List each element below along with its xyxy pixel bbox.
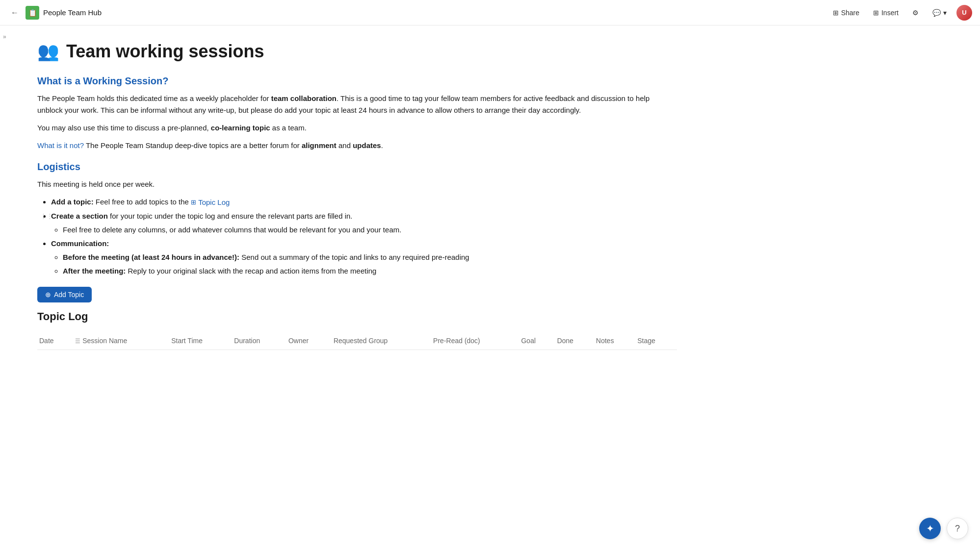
sub-bullet3-post: Reply to your original slack with the re… xyxy=(126,267,376,275)
add-topic-label: Add Topic xyxy=(54,291,84,299)
sub-list-2: Before the meeting (at least 24 hours in… xyxy=(63,251,677,277)
col-requested-group: Requested Group xyxy=(332,333,431,350)
what-is-paragraph2: You may also use this time to discuss a … xyxy=(37,122,677,134)
col-requested-group-label: Requested Group xyxy=(334,337,388,345)
para3-post-pre: The People Team Standup deep-dive topics… xyxy=(84,141,302,150)
col-goal-label: Goal xyxy=(521,337,536,345)
col-pre-read-label: Pre-Read (doc) xyxy=(433,337,480,345)
col-owner: Owner xyxy=(286,333,332,350)
main-content: 👥 Team working sessions What is a Workin… xyxy=(14,25,700,551)
add-topic-button[interactable]: ⊕ Add Topic xyxy=(37,287,92,302)
topnav-right: ⊞ Share ⊞ Insert ⚙ 💬 ▾ U xyxy=(829,5,972,21)
col-start-time-label: Start Time xyxy=(171,337,203,345)
sparkle-button[interactable]: ✦ xyxy=(919,518,941,539)
topic-log-heading: Topic Log xyxy=(37,310,677,323)
sub-bullet2-bold: Before the meeting (at least 24 hours in… xyxy=(63,253,239,261)
col-stage-label: Stage xyxy=(638,337,656,345)
col-stage: Stage xyxy=(636,333,677,350)
para2-post: as a team. xyxy=(270,124,307,132)
bullet2-post: for your topic under the topic log and e… xyxy=(108,212,353,220)
page-title: Team working sessions xyxy=(66,41,264,62)
plus-icon: ⊕ xyxy=(45,291,51,299)
float-bar: ✦ ? xyxy=(919,518,968,539)
col-owner-label: Owner xyxy=(288,337,309,345)
col-done-label: Done xyxy=(557,337,573,345)
page-title-row: 👥 Team working sessions xyxy=(37,41,677,62)
bullet1-pre: Feel free to add topics to the xyxy=(94,198,191,206)
page-emoji: 👥 xyxy=(37,41,59,62)
comment-button[interactable]: 💬 ▾ xyxy=(928,7,951,19)
logistics-section: Logistics This meeting is held once per … xyxy=(37,161,677,277)
help-button[interactable]: ? xyxy=(947,518,968,539)
what-is-paragraph3: What is it not? The People Team Standup … xyxy=(37,140,677,151)
bullet-create-section: ⋮⋮ Create a section for your topic under… xyxy=(51,210,677,236)
help-icon: ? xyxy=(955,524,960,534)
col-duration-label: Duration xyxy=(234,337,260,345)
sub-bullet1: Feel free to delete any columns, or add … xyxy=(63,224,677,236)
share-icon: ⊞ xyxy=(833,9,839,17)
bullet-communication: Communication: Before the meeting (at le… xyxy=(51,238,677,277)
app-title: People Team Hub xyxy=(43,8,102,17)
bullet1-bold: Add a topic: xyxy=(51,198,94,206)
col-pre-read: Pre-Read (doc) xyxy=(431,333,519,350)
table-icon: ☰ xyxy=(75,338,80,345)
bullet1-link: Topic Log xyxy=(198,197,230,208)
what-is-heading: What is a Working Session? xyxy=(37,75,677,87)
bullet2-bold: Create a section xyxy=(51,212,108,220)
para3-bold2: updates xyxy=(353,141,381,150)
what-is-section: What is a Working Session? The People Te… xyxy=(37,75,677,151)
bullet3-bold: Communication: xyxy=(51,239,109,248)
sub-list-1: Feel free to delete any columns, or add … xyxy=(63,224,677,236)
sub-bullet-after: After the meeting: Reply to your origina… xyxy=(63,265,677,277)
comment-icon: 💬 xyxy=(932,9,941,17)
para3-bold1: alignment xyxy=(302,141,336,150)
topnav: ← 📋 People Team Hub ⊞ Share ⊞ Insert ⚙ 💬… xyxy=(0,0,980,25)
col-start-time: Start Time xyxy=(169,333,232,350)
share-label: Share xyxy=(841,9,859,17)
gear-icon: ⚙ xyxy=(912,9,919,17)
share-button[interactable]: ⊞ Share xyxy=(829,7,863,19)
para2-bold: co-learning topic xyxy=(211,124,270,132)
chevron-right-icon: » xyxy=(3,33,6,40)
col-date: Date xyxy=(37,333,73,350)
table-icon: ⊞ xyxy=(191,198,196,208)
sidebar-toggle[interactable]: » xyxy=(0,25,14,48)
logistics-heading: Logistics xyxy=(37,161,677,173)
bullet-add-topic: Add a topic: Feel free to add topics to … xyxy=(51,196,677,208)
logistics-intro: This meeting is held once per week. xyxy=(37,178,677,190)
col-goal: Goal xyxy=(519,333,555,350)
avatar-initials: U xyxy=(962,9,966,16)
app-emoji: 📋 xyxy=(28,9,37,17)
avatar[interactable]: U xyxy=(956,5,972,21)
insert-button[interactable]: ⊞ Insert xyxy=(869,7,903,19)
col-session-name: ☰Session Name xyxy=(73,333,169,350)
para1-pre: The People Team holds this dedicated tim… xyxy=(37,94,271,102)
logistics-list: Add a topic: Feel free to add topics to … xyxy=(51,196,677,277)
table-header-row: Date ☰Session Name Start Time Duration O… xyxy=(37,333,677,350)
col-done: Done xyxy=(555,333,594,350)
app-icon: 📋 xyxy=(26,6,39,20)
drag-handle[interactable]: ⋮⋮ xyxy=(40,211,53,222)
col-date-label: Date xyxy=(39,337,54,345)
sub-bullet-before: Before the meeting (at least 24 hours in… xyxy=(63,251,677,263)
col-duration: Duration xyxy=(232,333,286,350)
topic-log-link[interactable]: ⊞Topic Log xyxy=(191,197,230,208)
what-is-paragraph1: The People Team holds this dedicated tim… xyxy=(37,93,677,116)
table-header: Date ☰Session Name Start Time Duration O… xyxy=(37,333,677,350)
sub-bullet3-bold: After the meeting: xyxy=(63,267,126,275)
col-notes: Notes xyxy=(594,333,635,350)
col-session-name-label: Session Name xyxy=(82,337,127,345)
back-icon: ← xyxy=(11,8,19,17)
para3-post-mid: and xyxy=(336,141,353,150)
sparkle-icon: ✦ xyxy=(926,523,934,534)
para2-pre: You may also use this time to discuss a … xyxy=(37,124,211,132)
chevron-down-icon: ▾ xyxy=(943,9,947,17)
back-button[interactable]: ← xyxy=(8,6,22,20)
col-notes-label: Notes xyxy=(596,337,614,345)
what-is-not-link[interactable]: What is it not? xyxy=(37,141,84,150)
para3-end: . xyxy=(381,141,383,150)
sub-bullet2-post: Send out a summary of the topic and link… xyxy=(239,253,469,261)
insert-label: Insert xyxy=(881,9,899,17)
settings-button[interactable]: ⚙ xyxy=(908,7,923,19)
para1-bold: team collaboration xyxy=(271,94,336,102)
